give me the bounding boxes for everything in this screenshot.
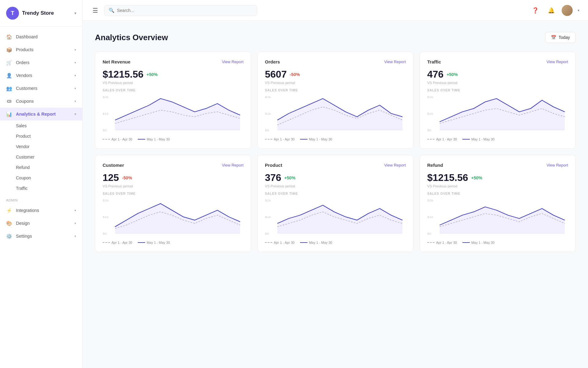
card-value: $1215.56 +50%	[427, 172, 568, 183]
view-report-link[interactable]: View Report	[546, 163, 568, 167]
view-report-link[interactable]: View Report	[384, 59, 406, 64]
svg-text:$1k: $1k	[265, 216, 271, 219]
legend-to-label: May 1 - May 30	[471, 241, 495, 244]
card-metric: 5607	[265, 69, 287, 80]
view-report-link[interactable]: View Report	[222, 163, 243, 167]
legend-prev: Apr 1 - Apr 30	[427, 241, 457, 244]
sub-nav-item-product[interactable]: Product	[0, 131, 82, 141]
svg-text:$1k: $1k	[103, 216, 109, 219]
svg-text:$0: $0	[427, 232, 432, 235]
today-button[interactable]: 📅 Today	[545, 32, 576, 43]
search-input[interactable]	[117, 8, 253, 13]
card-header: Customer View Report	[103, 163, 243, 168]
sub-nav-item-traffic[interactable]: Traffic	[0, 183, 82, 194]
sub-nav-item-sales[interactable]: Sales	[0, 121, 82, 131]
store-logo[interactable]: T Trendy Store ▾	[0, 0, 82, 27]
vs-period: VS Previous period	[427, 184, 568, 188]
vs-period: VS Previous period	[103, 184, 243, 188]
card-value: $1215.56 +50%	[103, 69, 243, 80]
search-box: 🔍	[104, 5, 257, 16]
svg-text:$2k: $2k	[103, 199, 109, 202]
dashboard-icon: 🏠	[6, 34, 12, 40]
svg-text:$2k: $2k	[265, 96, 271, 99]
sub-nav-item-vendor[interactable]: Vendor	[0, 141, 82, 152]
sub-nav-item-coupon[interactable]: Coupon	[0, 173, 82, 183]
notifications-button[interactable]: 🔔	[546, 5, 557, 16]
solid-line-icon	[138, 242, 145, 243]
vs-period: VS Previous period	[427, 81, 568, 85]
card-refund: Refund View Report $1215.56 +50% VS Prev…	[420, 155, 576, 252]
sidebar-item-products[interactable]: 📦 Products ▾	[0, 43, 82, 56]
sidebar-item-orders[interactable]: 🛒 Orders ▾	[0, 56, 82, 69]
sub-nav-item-customer[interactable]: Customer	[0, 152, 82, 162]
user-avatar[interactable]	[562, 5, 573, 16]
chevron-icon: ▾	[74, 112, 76, 116]
chevron-icon: ▾	[74, 221, 76, 225]
sidebar-item-vendors[interactable]: 👤 Vendors ▾	[0, 69, 82, 82]
header-actions: ❓ 🔔 ▾	[530, 5, 579, 16]
menu-toggle-button[interactable]: ☰	[91, 6, 99, 15]
legend-to-label: May 1 - May 30	[471, 137, 495, 141]
coupons-icon: 🎟	[6, 98, 12, 104]
view-report-link[interactable]: View Report	[546, 59, 568, 64]
svg-text:$0: $0	[265, 129, 269, 131]
sub-nav-item-refund[interactable]: Refund	[0, 162, 82, 173]
svg-text:$1k: $1k	[265, 112, 271, 115]
sidebar-item-analytics[interactable]: 📊 Analytics & Report ▾	[0, 108, 82, 121]
card-header: Refund View Report	[427, 163, 568, 168]
legend-to-label: May 1 - May 30	[147, 241, 170, 244]
card-value: 476 +50%	[427, 69, 568, 80]
card-title: Customer	[103, 163, 124, 168]
sidebar-item-settings[interactable]: ⚙️ Settings ▾	[0, 230, 82, 243]
card-metric: 125	[103, 172, 119, 183]
sidebar-item-label: Products	[16, 47, 33, 52]
store-name: Trendy Store	[22, 10, 54, 16]
vs-period: VS Previous period	[265, 184, 406, 188]
legend-from-label: Apr 1 - Apr 30	[274, 241, 295, 244]
sidebar-item-coupons[interactable]: 🎟 Coupons ▾	[0, 95, 82, 108]
card-badge: +50%	[284, 175, 295, 180]
legend-from-label: Apr 1 - Apr 30	[436, 241, 457, 244]
sales-label: SALES OVER TIME	[427, 192, 568, 195]
vs-period: VS Previous period	[265, 81, 406, 85]
sidebar-item-label: Settings	[16, 234, 32, 239]
help-icon: ❓	[532, 7, 539, 14]
dashed-line-icon	[265, 242, 272, 243]
card-metric: 476	[427, 69, 443, 80]
legend-curr: May 1 - May 30	[138, 137, 170, 141]
help-button[interactable]: ❓	[530, 5, 541, 16]
sidebar-item-customers[interactable]: 👥 Customers ▾	[0, 82, 82, 95]
svg-text:$2k: $2k	[427, 199, 433, 202]
card-value: 376 +50%	[265, 172, 406, 183]
sidebar-item-design[interactable]: 🎨 Design ▾	[0, 217, 82, 230]
solid-line-icon	[138, 139, 145, 140]
dashed-line-icon	[265, 139, 272, 140]
svg-text:$1k: $1k	[103, 112, 109, 115]
legend-prev: Apr 1 - Apr 30	[265, 137, 295, 141]
header: ☰ 🔍 ❓ 🔔 ▾	[83, 0, 588, 21]
sidebar-item-label: Dashboard	[16, 34, 38, 39]
solid-line-icon	[462, 139, 470, 140]
legend-curr: May 1 - May 30	[462, 241, 495, 244]
chevron-icon: ▾	[74, 86, 76, 90]
view-report-link[interactable]: View Report	[222, 59, 243, 64]
sales-label: SALES OVER TIME	[265, 88, 406, 92]
card-net-revenue: Net Revenue View Report $1215.56 +50% VS…	[95, 52, 251, 149]
page-header: Analytics Overview 📅 Today	[95, 32, 576, 43]
solid-line-icon	[462, 242, 470, 243]
settings-icon: ⚙️	[6, 233, 12, 239]
design-icon: 🎨	[6, 220, 12, 226]
legend-to-label: May 1 - May 30	[147, 137, 170, 141]
view-report-link[interactable]: View Report	[384, 163, 406, 167]
sales-label: SALES OVER TIME	[265, 192, 406, 195]
legend-curr: May 1 - May 30	[462, 137, 495, 141]
card-header: Net Revenue View Report	[103, 59, 243, 64]
customers-icon: 👥	[6, 85, 12, 91]
chart-legend: Apr 1 - Apr 30 May 1 - May 30	[427, 137, 568, 141]
card-product: Product View Report 376 +50% VS Previous…	[257, 155, 413, 252]
store-chevron-icon: ▾	[74, 11, 76, 15]
chart-container: $2k$1k$0	[427, 94, 568, 134]
sidebar-item-integrations[interactable]: ⚡ Integrations ▾	[0, 204, 82, 217]
sidebar-item-dashboard[interactable]: 🏠 Dashboard	[0, 30, 82, 43]
chart-legend: Apr 1 - Apr 30 May 1 - May 30	[427, 241, 568, 244]
